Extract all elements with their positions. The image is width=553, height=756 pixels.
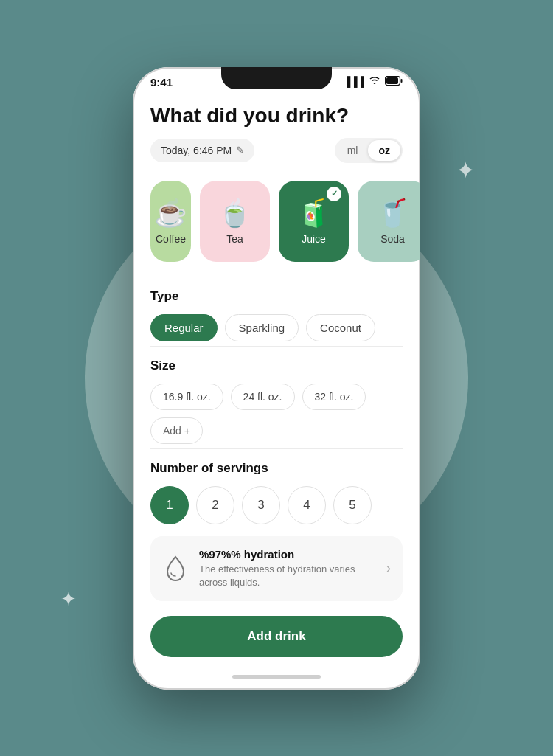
tea-icon: 🍵 [218,198,251,229]
svg-rect-1 [401,79,403,83]
unit-oz-button[interactable]: oz [368,140,400,161]
size-pill-169[interactable]: 16.9 fl. oz. [150,384,223,410]
coffee-icon: ☕ [154,198,187,229]
date-label: Today, 6:46 PM [161,145,232,156]
serving-btn-4[interactable]: 4 [288,486,326,524]
home-indicator [133,665,420,690]
size-pill-24[interactable]: 24 fl. oz. [231,384,295,410]
date-pill[interactable]: Today, 6:46 PM ✎ [150,139,254,162]
hydration-card[interactable]: %97%% hydration The effectiveness of hyd… [150,536,403,601]
sparkle-decoration-1: ✦ [456,159,476,182]
size-pill-32[interactable]: 32 fl. oz. [302,384,366,410]
juice-icon: 🧃 [297,198,330,229]
coffee-label: Coffee [156,233,186,245]
hydration-text: %97%% hydration The effectiveness of hyd… [199,548,376,589]
date-unit-row: Today, 6:46 PM ✎ ml oz [150,138,403,163]
battery-icon [385,76,403,88]
juice-label: Juice [302,233,326,245]
size-add-button[interactable]: Add + [150,417,203,444]
drink-card-juice[interactable]: ✓ 🧃 Juice [279,181,349,262]
drink-carousel: ☕ Coffee 🍵 Tea ✓ 🧃 Juice 🥤 Soda 🍺 [133,178,403,274]
hydration-description: The effectiveness of hydration varies ac… [199,563,376,589]
type-section: Type Regular Sparkling Coconut [150,289,403,341]
phone-frame: 9:41 ▐▐▐ What did you drink? [133,67,420,690]
serving-btn-1[interactable]: 1 [150,486,189,524]
divider-1 [150,277,403,277]
serving-btn-2[interactable]: 2 [196,486,234,524]
servings-section-title: Number of servings [150,461,403,476]
soda-icon: 🥤 [376,198,409,229]
tea-label: Tea [226,233,243,245]
phone-notch [221,67,332,89]
water-drop-icon [165,555,186,582]
unit-ml-button[interactable]: ml [337,140,369,161]
hydration-icon-wrap [162,555,189,582]
type-section-title: Type [150,289,403,304]
drink-card-tea[interactable]: 🍵 Tea [200,181,270,262]
type-pill-regular[interactable]: Regular [150,314,218,341]
divider-3 [150,448,403,449]
soda-label: Soda [380,233,405,245]
serving-btn-5[interactable]: 5 [333,486,372,524]
wifi-icon [369,76,380,87]
hydration-chevron-icon: › [386,561,391,576]
size-section-title: Size [150,358,403,373]
drink-card-coffee[interactable]: ☕ Coffee [150,181,191,262]
serving-btn-3[interactable]: 3 [242,486,280,524]
status-icons: ▐▐▐ [344,76,403,88]
divider-2 [150,346,403,347]
add-drink-button[interactable]: Add drink [150,616,403,657]
sparkle-decoration-2: ✦ [60,589,77,608]
hydration-title: %97%% hydration [199,548,376,561]
page-content: What did you drink? Today, 6:46 PM ✎ ml … [133,104,420,665]
home-bar [232,675,321,679]
drink-card-soda[interactable]: 🥤 Soda [358,181,420,262]
type-pill-coconut[interactable]: Coconut [306,314,375,341]
servings-section: Number of servings 1 2 3 4 5 [150,461,403,524]
signal-icon: ▐▐▐ [344,76,364,87]
type-pills: Regular Sparkling Coconut [150,314,403,341]
unit-toggle: ml oz [335,138,403,163]
size-pills: 16.9 fl. oz. 24 fl. oz. 32 fl. oz. Add + [150,384,403,444]
status-time: 9:41 [150,76,173,89]
type-pill-sparkling[interactable]: Sparkling [225,314,299,341]
size-section: Size 16.9 fl. oz. 24 fl. oz. 32 fl. oz. … [150,358,403,444]
servings-row: 1 2 3 4 5 [150,486,403,524]
page-title: What did you drink? [150,104,403,128]
svg-rect-2 [386,77,398,84]
edit-icon[interactable]: ✎ [236,145,244,156]
juice-selected-check: ✓ [327,187,341,201]
